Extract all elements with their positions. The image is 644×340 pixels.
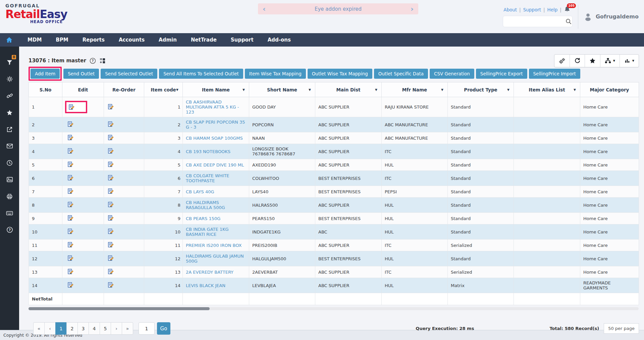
edit-item-icon[interactable] — [69, 104, 74, 110]
reorder-icon[interactable] — [108, 282, 114, 288]
outlet-specific-data-button[interactable]: Outlet Specific Data — [374, 69, 428, 79]
reorder-icon[interactable] — [108, 269, 114, 274]
go-button[interactable]: Go — [157, 322, 170, 335]
edit-item-icon[interactable] — [68, 255, 73, 261]
sidebar-print-icon[interactable] — [0, 188, 19, 205]
reorder-icon[interactable] — [108, 148, 114, 154]
nav-item-reports[interactable]: Reports — [75, 37, 112, 43]
goto-page-input[interactable] — [139, 322, 155, 335]
item-name-link[interactable]: LEVIS BLACK JEAN — [186, 283, 225, 288]
toolbar-sitemap-icon[interactable]: ▼ — [600, 55, 620, 67]
edit-item-icon[interactable] — [68, 242, 73, 248]
grid-icon[interactable] — [99, 58, 106, 64]
sidebar-star-icon[interactable] — [0, 104, 19, 121]
nav-item-bpm[interactable]: BPM — [49, 37, 75, 43]
page-first-button[interactable]: « — [33, 322, 45, 335]
banner-prev-icon[interactable]: ‹ — [263, 4, 266, 14]
page-button-2[interactable]: 2 — [66, 322, 78, 335]
nav-item-accounts[interactable]: Accounts — [112, 37, 152, 43]
edit-item-icon[interactable] — [68, 148, 73, 154]
item-name-link[interactable]: CB SLAP PERI POPCORN 35 G - 3 — [186, 120, 245, 130]
item-name-link[interactable]: CB AXE DEEP DIVE 190 ML — [186, 162, 244, 167]
search-icon[interactable] — [566, 18, 572, 24]
sidebar-keyboard-icon[interactable] — [0, 205, 19, 221]
reorder-icon[interactable] — [108, 161, 114, 167]
page-button-3[interactable]: 3 — [77, 322, 89, 335]
item-name-link[interactable]: CB INDIA GATE 1KG BASMATI RICE — [186, 227, 229, 237]
edit-item-icon[interactable] — [68, 282, 73, 288]
page-prev-button[interactable]: ‹ — [44, 322, 56, 335]
reorder-icon[interactable] — [108, 104, 114, 110]
reorder-icon[interactable] — [108, 175, 114, 181]
item-name-link[interactable]: CB HALDIRAMS RASAGULLA 500G — [186, 200, 225, 210]
column-header-item-name[interactable]: Item Name▼ — [183, 82, 249, 97]
send-selected-outlet-button[interactable]: Send Selected Outlet — [101, 69, 157, 79]
toolbar-gears-icon[interactable] — [554, 55, 570, 67]
sidebar-help-icon[interactable]: ? — [0, 221, 19, 238]
outlet-wise-tax-mapping-button[interactable]: Outlet Wise Tax Mapping — [308, 69, 372, 79]
item-name-link[interactable]: CB HAMAM SOAP 100GMS — [186, 136, 243, 141]
item-name-link[interactable]: HALDIRAMS GULAB JAMUN 500G — [186, 254, 244, 264]
reorder-icon[interactable] — [108, 255, 114, 261]
home-icon[interactable] — [6, 37, 12, 43]
item-name-link[interactable]: 2A EVEREDY BATTERY — [186, 270, 233, 275]
nav-item-support[interactable]: Support — [224, 37, 261, 43]
item-name-link[interactable]: CB PEARS 150G — [186, 216, 220, 221]
item-name-link[interactable]: CB AASHIRVAAD MULTIGRAIN ATTA 5 KG - 123 — [186, 99, 239, 115]
column-header-main-dist[interactable]: Main Dist▼ — [315, 82, 382, 97]
nav-item-admin[interactable]: Admin — [152, 37, 184, 43]
item-name-link[interactable]: PREMIER IS200 IRON BOX — [186, 243, 242, 248]
reorder-icon[interactable] — [108, 228, 114, 234]
column-header-item-code[interactable]: Item code▼ — [144, 82, 183, 97]
sidebar-filter-icon[interactable]: 0 — [0, 54, 19, 71]
page-button-4[interactable]: 4 — [89, 322, 100, 335]
item-name-link[interactable]: CB 193 NOTEBOOKS — [186, 149, 230, 154]
nav-item-mdm[interactable]: MDM — [20, 37, 49, 43]
per-page-select[interactable]: 50 per page — [604, 323, 639, 334]
edit-item-icon[interactable] — [68, 188, 73, 194]
reorder-icon[interactable] — [108, 135, 114, 140]
page-button-1[interactable]: 1 — [55, 322, 67, 335]
reorder-icon[interactable] — [108, 188, 114, 194]
help-circle-icon[interactable]: ? — [90, 58, 96, 64]
send-all-items-to-selected-outlet-button[interactable]: Send All Items To Selected Outlet — [159, 69, 243, 79]
sidebar-gear-icon[interactable] — [0, 71, 19, 87]
toolbar-refresh-icon[interactable] — [570, 55, 585, 67]
edit-item-icon[interactable] — [68, 161, 73, 167]
item-name-link[interactable]: CB LAYS 40G — [186, 189, 214, 194]
reorder-icon[interactable] — [108, 242, 114, 248]
page-next-button[interactable]: › — [111, 322, 122, 335]
column-header-product-type[interactable]: Product Type▼ — [448, 82, 514, 97]
edit-item-icon[interactable] — [68, 202, 73, 207]
add-item-button[interactable]: Add Item — [31, 69, 60, 79]
search-input[interactable] — [506, 19, 566, 24]
sellingprice-import-button[interactable]: SellingPrice Import — [529, 69, 580, 79]
nav-item-nettrade[interactable]: NetTrade — [184, 37, 224, 43]
item-wise-tax-mapping-button[interactable]: Item Wise Tax Mapping — [245, 69, 306, 79]
column-header-short-name[interactable]: Short Name▼ — [249, 82, 315, 97]
edit-item-icon[interactable] — [68, 121, 73, 127]
sidebar-image-icon[interactable] — [0, 171, 19, 188]
sidebar-link-icon[interactable] — [0, 87, 19, 104]
toolbar-chart-icon[interactable]: ▼ — [620, 55, 639, 67]
banner-next-icon[interactable]: › — [411, 4, 414, 14]
send-outlet-button[interactable]: Send Outlet — [63, 69, 99, 79]
header-link-about[interactable]: About — [503, 7, 517, 12]
page-last-button[interactable]: » — [122, 322, 133, 335]
edit-item-icon[interactable] — [68, 228, 73, 234]
sidebar-share-icon[interactable] — [0, 121, 19, 138]
column-header-item-alias-list[interactable]: Item Alias List▼ — [514, 82, 580, 97]
header-link-support[interactable]: Support — [523, 7, 541, 12]
reorder-icon[interactable] — [108, 121, 114, 127]
sidebar-mail-icon[interactable] — [0, 138, 19, 154]
reorder-icon[interactable] — [108, 202, 114, 207]
item-name-link[interactable]: CB COLGATE WHITE TOOTHPASTE — [186, 173, 229, 183]
user-menu[interactable]: Gofrugaldemo — [584, 12, 639, 21]
toolbar-star-icon[interactable] — [585, 55, 600, 67]
reorder-icon[interactable] — [108, 215, 114, 221]
notifications-bell[interactable]: 105 — [564, 6, 573, 13]
nav-item-add-ons[interactable]: Add-ons — [261, 37, 298, 43]
header-link-help[interactable]: Help — [547, 7, 558, 12]
edit-item-icon[interactable] — [68, 135, 73, 140]
edit-item-icon[interactable] — [68, 175, 73, 181]
